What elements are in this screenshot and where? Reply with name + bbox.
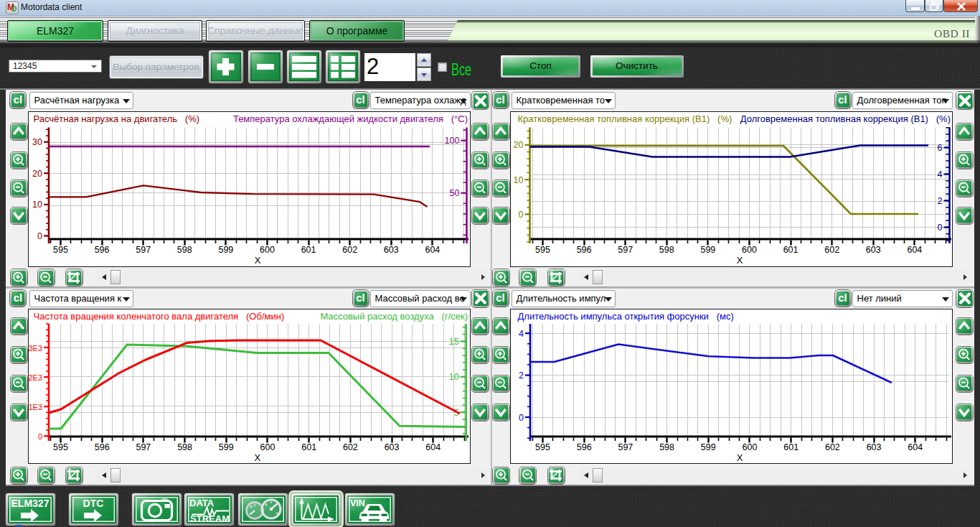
svg-text:595: 595 [53,245,68,255]
svg-text:Кратковременная топливная корр: Кратковременная топливная коррекция (В1)… [518,113,732,124]
svg-text:20: 20 [514,140,524,150]
svg-text:600: 600 [742,245,757,255]
svg-text:STREAM: STREAM [190,513,230,524]
svg-text:604: 604 [425,442,440,452]
svg-text:595: 595 [53,442,68,452]
svg-text:597: 597 [136,442,151,452]
svg-text:Расчётная нагрузка на двигател: Расчётная нагрузка на двигатель (%) [34,113,200,124]
svg-text:597: 597 [136,245,151,255]
svg-text:ELM327: ELM327 [11,498,50,509]
svg-text:597: 597 [618,442,633,452]
svg-text:599: 599 [701,442,716,452]
svg-text:X: X [737,255,743,266]
svg-text:X: X [255,255,261,266]
svg-text:DTC: DTC [83,498,103,509]
svg-text:595: 595 [535,442,550,452]
svg-text:0: 0 [938,223,943,233]
svg-text:Температура охлаждающей жидкос: Температура охлаждающей жидкости двигате… [233,113,468,124]
svg-text:596: 596 [95,442,110,452]
svg-text:VIN: VIN [350,498,365,508]
svg-text:600: 600 [260,442,275,452]
svg-text:10: 10 [514,175,524,185]
svg-text:598: 598 [177,442,192,452]
svg-text:6: 6 [938,143,943,153]
svg-text:601: 601 [783,245,798,255]
svg-text:2: 2 [938,196,943,206]
svg-text:Долговременная топливная корре: Долговременная топливная коррекция (В1) … [740,113,951,124]
svg-text:20: 20 [32,169,42,179]
svg-text:595: 595 [535,245,550,255]
svg-text:602: 602 [342,245,357,255]
svg-text:601: 601 [783,442,798,452]
svg-text:598: 598 [177,245,192,255]
svg-text:4: 4 [938,169,943,179]
svg-text:X: X [737,452,743,463]
svg-text:604: 604 [908,442,923,452]
svg-text:603: 603 [866,245,881,255]
svg-text:4: 4 [519,329,524,339]
svg-text:X: X [255,452,261,463]
svg-text:602: 602 [825,442,840,452]
svg-text:604: 604 [425,245,440,255]
svg-text:599: 599 [219,442,234,452]
svg-text:100: 100 [445,136,460,146]
svg-text:600: 600 [743,442,758,452]
svg-text:10: 10 [449,372,459,382]
svg-text:596: 596 [95,245,110,255]
svg-text:Длительность импульса открытия: Длительность импульса открытия форсунки … [518,311,734,322]
svg-text:1E3: 1E3 [28,403,42,411]
svg-text:0: 0 [519,210,524,220]
svg-text:2E3: 2E3 [28,373,42,382]
svg-text:604: 604 [907,245,922,255]
svg-text:596: 596 [577,245,592,255]
svg-text:603: 603 [384,245,399,255]
svg-text:602: 602 [824,245,839,255]
svg-text:2: 2 [519,370,524,381]
svg-text:0: 0 [37,231,42,241]
svg-text:3E3: 3E3 [28,344,42,353]
svg-text:599: 599 [218,245,233,255]
svg-text:50: 50 [450,188,460,198]
svg-text:597: 597 [618,245,633,255]
svg-text:30: 30 [32,137,42,147]
svg-text:600: 600 [260,245,275,255]
svg-text:DATA: DATA [189,498,215,508]
svg-text:598: 598 [659,442,674,452]
svg-text:601: 601 [301,442,316,452]
svg-text:0: 0 [519,413,524,423]
svg-text:603: 603 [385,442,400,452]
svg-text:603: 603 [867,442,882,452]
svg-text:0: 0 [38,432,42,441]
svg-text:598: 598 [659,245,674,255]
svg-text:596: 596 [577,442,592,452]
svg-text:599: 599 [700,245,715,255]
svg-text:602: 602 [343,442,358,452]
svg-text:Массовый расход воздуха (г/с: Массовый расход воздуха (г/сек) [320,311,468,322]
svg-text:Частота вращения коленчатого в: Частота вращения коленчатого вала двигат… [34,311,285,322]
svg-text:601: 601 [301,245,316,255]
svg-text:10: 10 [32,200,42,210]
svg-text:15: 15 [449,337,459,347]
